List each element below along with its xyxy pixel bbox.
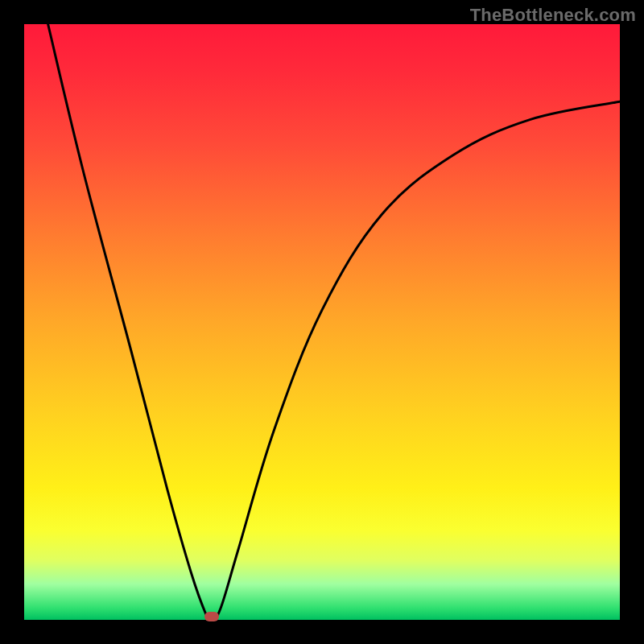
chart-frame: TheBottleneck.com (0, 0, 644, 644)
minimum-marker (204, 612, 219, 621)
plot-area (24, 24, 620, 620)
bottleneck-curve (24, 24, 620, 620)
watermark-text: TheBottleneck.com (470, 5, 636, 26)
